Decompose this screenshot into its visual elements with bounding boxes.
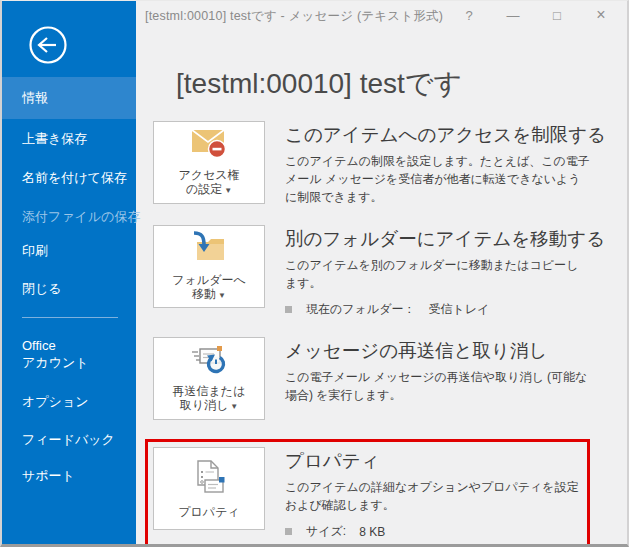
sidebar-item-print[interactable]: 印刷 (2, 231, 136, 270)
page-title: [testml:00010] testです (176, 65, 462, 103)
section-resend-recall: 再送信または 取り消し▼ メッセージの再送信と取り消し この電子メール メッセー… (153, 337, 615, 420)
resend-or-recall-button[interactable]: 再送信または 取り消し▼ (153, 337, 265, 420)
section-description: このアイテムを別のフォルダーに移動またはコピーします。 (285, 256, 590, 292)
section-description: このアイテムの詳細なオプションやプロパティを設定および確認します。 (285, 478, 590, 514)
section-title: メッセージの再送信と取り消し (285, 338, 593, 363)
bullet-square-icon (285, 528, 292, 535)
current-folder-value: 受信トレイ (428, 301, 489, 318)
size-row: サイズ: 8 KB (285, 523, 590, 540)
section-move-folder: フォルダーへ 移動▼ 別のフォルダーにアイテムを移動する このアイテムを別のフォ… (153, 225, 615, 318)
dropdown-arrow-icon: ▼ (230, 402, 238, 411)
backstage-sidebar: 情報 上書き保存 名前を付けて保存 添付ファイルの保存 印刷 閉じる Offic… (2, 1, 136, 544)
bullet-square-icon (285, 306, 292, 313)
sidebar-item-close[interactable]: 閉じる (2, 269, 136, 308)
dropdown-arrow-icon: ▼ (218, 291, 226, 300)
section-description: このアイテムの制限を設定します。たとえば、この電子メール メッセージを受信者が他… (285, 152, 590, 206)
move-to-folder-button[interactable]: フォルダーへ 移動▼ (153, 225, 265, 308)
back-button[interactable] (27, 24, 69, 66)
section-restrict-access: アクセス権 の設定▼ このアイテムへのアクセスを制限する このアイテムの制限を設… (153, 121, 615, 206)
sidebar-item-office-account[interactable]: Office アカウント (2, 329, 136, 379)
outlook-backstage-window: [testml:00010] testです - メッセージ (テキスト形式) ?… (0, 0, 629, 547)
sidebar-item-options[interactable]: オプション (2, 382, 136, 421)
section-title: 別のフォルダーにアイテムを移動する (285, 226, 593, 251)
sidebar-divider (22, 317, 118, 318)
back-arrow-icon (27, 52, 69, 69)
backstage-main: [testml:00010] testです アクセス権 の設定▼ (136, 1, 627, 544)
dropdown-arrow-icon: ▼ (224, 186, 232, 195)
section-title: このアイテムへのアクセスを制限する (285, 122, 593, 147)
sidebar-item-info[interactable]: 情報 (2, 77, 136, 119)
current-folder-row: 現在のフォルダー： 受信トレイ (285, 301, 593, 318)
permission-settings-button[interactable]: アクセス権 の設定▼ (153, 121, 265, 204)
restrict-permission-icon (189, 127, 229, 165)
size-value: 8 KB (359, 525, 385, 539)
properties-icon (189, 458, 229, 502)
section-description: この電子メール メッセージの再送信や取り消し (可能な場合) を実行します。 (285, 368, 590, 404)
sidebar-item-support[interactable]: サポート (2, 456, 136, 495)
red-highlight-box: プロパティ プロパティ このアイテムの詳細なオプションやプロパティを設定および確… (145, 439, 590, 547)
properties-button[interactable]: プロパティ (153, 447, 265, 530)
section-properties: プロパティ プロパティ このアイテムの詳細なオプションやプロパティを設定および確… (153, 447, 587, 540)
section-title: プロパティ (285, 448, 590, 473)
sidebar-item-save[interactable]: 上書き保存 (2, 119, 136, 158)
move-folder-icon (188, 230, 230, 270)
sidebar-item-feedback[interactable]: フィードバック (2, 420, 136, 459)
resend-recall-icon (188, 343, 230, 381)
sidebar-item-save-as[interactable]: 名前を付けて保存 (2, 158, 136, 197)
